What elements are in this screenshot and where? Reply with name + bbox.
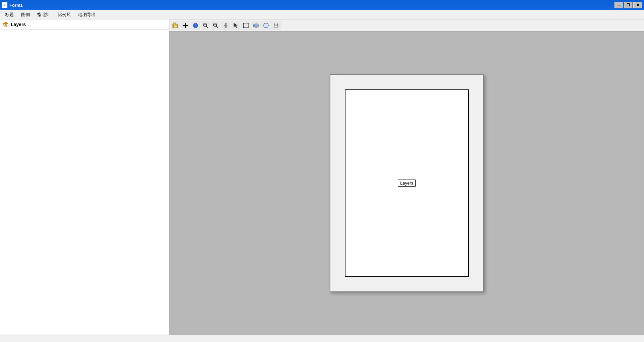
layers-icon (3, 21, 9, 27)
tool-select-features[interactable] (251, 21, 261, 30)
canvas-area[interactable]: Layers (169, 31, 644, 335)
title-bar-left: F Form1 (2, 2, 23, 8)
tool-open[interactable] (171, 21, 180, 30)
svg-marker-2 (3, 25, 8, 27)
print-page: Layers (330, 74, 484, 292)
svg-text:i: i (266, 24, 267, 27)
minimize-button[interactable]: — (614, 2, 623, 8)
restore-button[interactable]: ❐ (624, 2, 633, 8)
tool-select[interactable] (231, 21, 240, 30)
tool-zoom-in[interactable] (201, 21, 210, 30)
tool-zoom-out[interactable] (211, 21, 220, 30)
tool-print[interactable] (271, 21, 281, 30)
left-panel: Layers (0, 19, 169, 335)
tool-pan[interactable] (221, 21, 230, 30)
svg-rect-5 (173, 25, 177, 28)
sidebar-layers-title: Layers (11, 22, 26, 27)
svg-point-38 (277, 25, 278, 25)
svg-rect-32 (255, 24, 257, 27)
title-bar-buttons: — ❐ ✕ (614, 2, 642, 8)
window-title: Form1 (9, 3, 23, 8)
menu-bar: 标题 图例 指北针 比例尺 地图导出 (0, 10, 644, 19)
layers-header: Layers (0, 19, 169, 30)
svg-marker-4 (173, 23, 175, 24)
tool-identify[interactable]: i (261, 21, 271, 30)
svg-marker-21 (234, 23, 237, 28)
menu-item-tuli[interactable]: 图例 (17, 10, 34, 19)
svg-rect-37 (275, 23, 277, 25)
main-container: Layers (0, 19, 644, 335)
svg-line-15 (206, 26, 208, 28)
tool-globe[interactable] (191, 21, 200, 30)
menu-item-ditudaochu[interactable]: 地图导出 (74, 10, 99, 19)
close-button[interactable]: ✕ (633, 2, 642, 8)
right-panel: i Layers (169, 19, 644, 335)
menu-item-bilicheng[interactable]: 比例尺 (54, 10, 74, 19)
svg-rect-22 (244, 23, 248, 28)
title-bar: F Form1 — ❐ ✕ (0, 0, 644, 10)
tool-extent[interactable] (241, 21, 251, 30)
svg-rect-36 (275, 26, 277, 27)
status-bar (0, 335, 644, 342)
toolbar: i (169, 19, 644, 31)
menu-item-zhibeizhen[interactable]: 指北针 (34, 10, 54, 19)
svg-line-19 (216, 26, 218, 28)
app-icon: F (2, 2, 7, 8)
menu-item-biaoti[interactable]: 标题 (1, 10, 17, 19)
map-frame: Layers (345, 89, 469, 277)
map-layers-label: Layers (398, 180, 416, 187)
svg-marker-0 (3, 22, 8, 25)
tool-add[interactable] (181, 21, 190, 30)
